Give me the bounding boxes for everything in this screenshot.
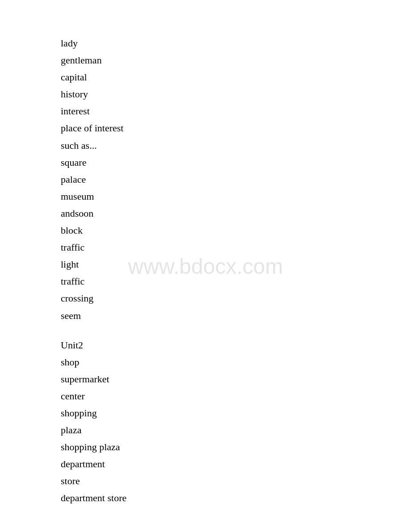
list-item: museum [61, 189, 411, 204]
list-item: shopping plaza [61, 440, 411, 455]
list-item: lady [61, 36, 411, 51]
list-item: palace [61, 172, 411, 187]
word-list-group2: Unit2shopsupermarketcentershoppingplazas… [61, 338, 411, 506]
list-item: store [61, 473, 411, 489]
list-item: plaza [61, 423, 411, 438]
list-item: center [61, 389, 411, 404]
list-item: department [61, 457, 411, 472]
list-item: light [61, 257, 411, 272]
list-item: traffic [61, 274, 411, 289]
list-item: shopping [61, 406, 411, 421]
list-item: crossing [61, 291, 411, 306]
list-item: block [61, 223, 411, 238]
list-item: gentleman [61, 53, 411, 68]
list-item: andsoon [61, 206, 411, 221]
list-item: history [61, 87, 411, 102]
word-list-group1: ladygentlemancapitalhistoryinterestplace… [61, 36, 411, 323]
list-item: interest [61, 104, 411, 119]
list-item: shop [61, 355, 411, 370]
list-item: department store [61, 490, 411, 506]
list-item: seem [61, 308, 411, 323]
list-item: square [61, 155, 411, 170]
list-item: capital [61, 70, 411, 85]
main-content: ladygentlemancapitalhistoryinterestplace… [0, 0, 411, 532]
list-item: such as... [61, 138, 411, 153]
list-item: Unit2 [61, 338, 411, 353]
group-spacer [61, 325, 411, 338]
list-item: place of interest [61, 121, 411, 136]
list-item: traffic [61, 240, 411, 255]
list-item: supermarket [61, 372, 411, 387]
